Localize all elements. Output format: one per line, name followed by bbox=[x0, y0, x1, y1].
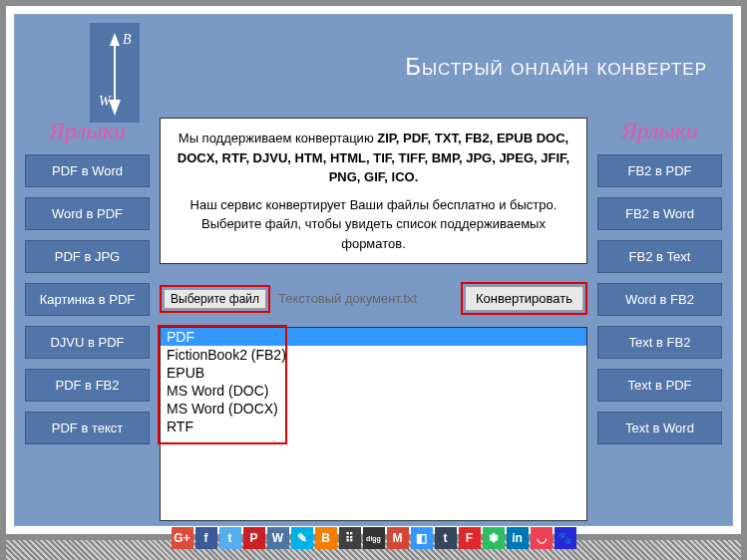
sidebar-link[interactable]: PDF в FB2 bbox=[25, 369, 150, 402]
sidebar-link[interactable]: Word в FB2 bbox=[597, 283, 722, 316]
center-column: Мы поддерживаем конвертацию ZIP, PDF, TX… bbox=[160, 118, 587, 549]
content-row: Ярлыки PDF в WordWord в PDFPDF в JPGКарт… bbox=[15, 118, 732, 549]
sidebar-link[interactable]: FB2 в Word bbox=[597, 197, 722, 230]
main-frame: B W Быстрый онлайн конвертер Ярлыки PDF … bbox=[14, 14, 733, 526]
format-option[interactable]: PDF bbox=[161, 328, 586, 346]
info-box: Мы поддерживаем конвертацию ZIP, PDF, TX… bbox=[160, 118, 587, 264]
format-option[interactable]: EPUB bbox=[161, 364, 586, 382]
convert-highlight: Конвертировать bbox=[461, 282, 587, 315]
selected-filename: Текстовый документ.txt bbox=[278, 291, 417, 306]
info-line2: Наш сервис конвертирует Ваши файлы беспл… bbox=[171, 195, 576, 254]
delicious-icon[interactable]: ◧ bbox=[411, 527, 433, 549]
sidebar-right-title: Ярлыки bbox=[597, 118, 722, 144]
sidebar-left: Ярлыки PDF в WordWord в PDFPDF в JPGКарт… bbox=[25, 118, 150, 549]
sidebar-link[interactable]: Word в PDF bbox=[25, 197, 150, 230]
sidebar-link[interactable]: PDF в Word bbox=[25, 154, 150, 187]
gmail-icon[interactable]: M bbox=[387, 527, 409, 549]
sidebar-link[interactable]: Text в PDF bbox=[597, 369, 722, 402]
sidebar-link[interactable]: FB2 в Text bbox=[597, 240, 722, 273]
tumblr-icon[interactable]: t bbox=[435, 527, 457, 549]
sidebar-left-title: Ярлыки bbox=[25, 118, 150, 144]
site-title: Быстрый онлайн конвертер bbox=[140, 23, 717, 81]
googleplus-icon[interactable]: G+ bbox=[172, 527, 193, 549]
linkedin-icon[interactable]: in bbox=[507, 527, 529, 549]
format-option[interactable]: MS Word (DOC) bbox=[161, 382, 586, 400]
header: B W Быстрый онлайн конвертер bbox=[15, 15, 732, 123]
info-line1-prefix: Мы поддерживаем конвертацию bbox=[179, 131, 377, 145]
pinterest-icon[interactable]: P bbox=[243, 527, 265, 549]
svg-marker-1 bbox=[110, 33, 120, 46]
logo: B W bbox=[90, 23, 140, 123]
sidebar-link[interactable]: DJVU в PDF bbox=[25, 326, 150, 359]
blogger-icon[interactable]: B bbox=[315, 527, 337, 549]
sidebar-link[interactable]: PDF в текст bbox=[25, 412, 150, 444]
format-option[interactable]: RTF bbox=[161, 418, 586, 435]
sidebar-link[interactable]: FB2 в PDF bbox=[597, 154, 722, 187]
choose-file-button[interactable]: Выберите файл bbox=[164, 289, 266, 309]
facebook-icon[interactable]: f bbox=[195, 527, 217, 549]
pocket-icon[interactable]: ◡ bbox=[531, 527, 553, 549]
sidebar-link[interactable]: PDF в JPG bbox=[25, 240, 150, 273]
page-container: B W Быстрый онлайн конвертер Ярлыки PDF … bbox=[6, 6, 741, 534]
svg-marker-2 bbox=[109, 100, 121, 116]
sidebar-link[interactable]: Text в Word bbox=[597, 412, 722, 444]
sidebar-link[interactable]: Text в FB2 bbox=[597, 326, 722, 359]
format-listbox[interactable]: PDFFictionBook2 (FB2)EPUBMS Word (DOC)MS… bbox=[160, 327, 587, 521]
format-listbox-wrap: PDFFictionBook2 (FB2)EPUBMS Word (DOC)MS… bbox=[160, 327, 587, 521]
baidu-icon[interactable]: 🐾 bbox=[555, 527, 576, 549]
file-chooser-highlight: Выберите файл bbox=[160, 285, 270, 313]
logo-letter-b: B bbox=[123, 32, 132, 47]
sidebar-link[interactable]: Картинка в PDF bbox=[25, 283, 150, 316]
digg-icon[interactable]: digg bbox=[363, 527, 385, 549]
vk-icon[interactable]: W bbox=[267, 527, 289, 549]
sidebar-right: Ярлыки FB2 в PDFFB2 в WordFB2 в TextWord… bbox=[597, 118, 722, 549]
controls-row: Выберите файл Текстовый документ.txt Кон… bbox=[160, 282, 587, 315]
convert-button[interactable]: Конвертировать bbox=[465, 286, 583, 311]
logo-letter-w: W bbox=[99, 94, 112, 109]
format-option[interactable]: FictionBook2 (FB2) bbox=[161, 346, 586, 364]
logo-arrow-icon: B W bbox=[95, 28, 135, 118]
twitter-icon[interactable]: t bbox=[219, 527, 241, 549]
myspace-icon[interactable]: ⠿ bbox=[339, 527, 361, 549]
social-row: G+ftPW✎B⠿diggM◧tF❃in◡🐾 bbox=[160, 527, 587, 549]
livejournal-icon[interactable]: ✎ bbox=[291, 527, 313, 549]
evernote-icon[interactable]: ❃ bbox=[483, 527, 505, 549]
flipboard-icon[interactable]: F bbox=[459, 527, 481, 549]
format-option[interactable]: MS Word (DOCX) bbox=[161, 400, 586, 418]
